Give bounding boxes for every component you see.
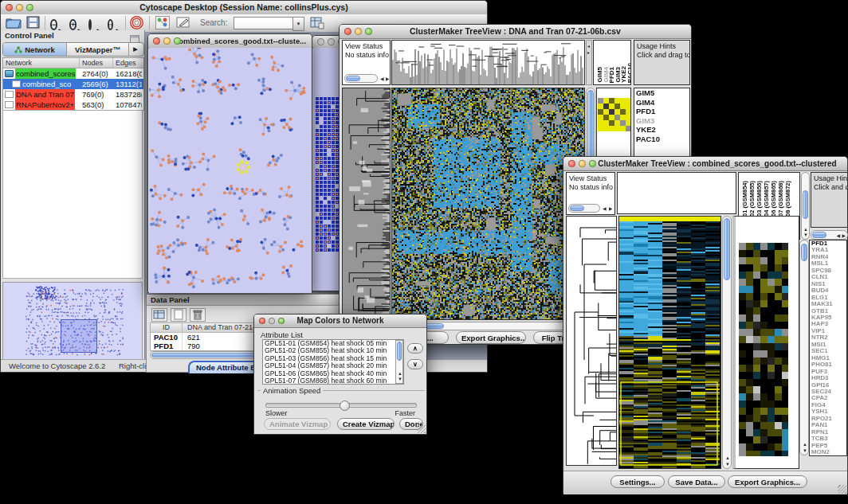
slider-thumb[interactable] [340,400,350,411]
zoom-selected-icon[interactable]: ▫ [108,16,113,30]
scroll-left-icon[interactable]: ◀ [380,76,384,81]
gene-label[interactable]: YKE2 [634,125,689,135]
close-button[interactable] [6,4,13,11]
search-dropdown-arrow[interactable]: ▼ [292,17,304,31]
gene-label[interactable]: PFD1 [634,107,689,116]
animation-speed-slider[interactable] [265,403,417,408]
close-button[interactable] [153,37,160,45]
move-up-button[interactable]: ∧ [407,343,423,354]
network-list-row[interactable]: combined_sco 2569(6) 13112(15) [3,79,143,89]
resize-grip[interactable] [417,424,426,433]
main-title-bar[interactable]: Cytoscape Desktop (Session Name: collins… [1,1,487,15]
splitter-strip[interactable]: ◂▸ [586,40,592,85]
gene-label[interactable]: GIM4 [634,98,689,107]
scroll-left-icon[interactable]: ◀ [836,233,840,238]
close-button[interactable] [317,38,324,45]
column-dendrogram-canvas[interactable] [392,41,584,84]
col-header-id[interactable]: ID [151,323,183,332]
view-status-hscrollbar[interactable] [344,74,378,83]
network-window-title-bar[interactable]: combined_scores_good.txt--cluste... [148,34,312,49]
minimize-button[interactable] [579,160,586,167]
treeview2-heatmap[interactable] [618,216,721,469]
annotation-icon[interactable] [176,16,190,33]
table-chart-icon[interactable] [310,16,324,33]
column-labels-vscrollbar[interactable]: ▲ ▼ [801,172,810,240]
scroll-right-icon[interactable]: ▶ [842,233,846,238]
attribute-select-icon[interactable] [151,308,167,322]
scroll-down-icon[interactable]: ▼ [803,448,807,453]
settings-button[interactable]: Settings... [610,475,665,488]
treeview2-column-dendrogram[interactable] [617,172,736,214]
network-list-row[interactable]: RNAPuberNov2+ 563(0) 107847(0) [3,100,143,110]
data-panel-header[interactable]: Data Panel [147,295,344,306]
zoom-heatmap-canvas[interactable] [739,243,788,456]
tab-network[interactable]: Network [3,43,67,56]
column-label[interactable]: YKE2 [620,66,626,83]
tab-vizmapper[interactable]: VizMapper™ [67,43,129,56]
treeview1-row-dendrogram[interactable] [342,88,391,320]
nodes-icon[interactable] [155,16,170,33]
move-down-button[interactable]: ∨ [407,359,423,369]
listbox-vscrollbar[interactable]: ▲ ▼ [395,340,403,384]
zoom-button[interactable] [174,37,181,45]
network-view-canvas[interactable] [149,48,312,293]
close-button[interactable] [568,160,575,167]
treeview1-title-bar[interactable]: ClusterMaker TreeView : DNA and Tran 07-… [340,25,691,39]
scroll-down-icon[interactable]: ▼ [398,377,402,381]
attribute-item[interactable]: GPL51-07 (GSM868) heat shock 60 min [263,377,403,385]
column-label[interactable]: GIM4 [603,67,609,83]
resize-grip[interactable] [838,485,846,494]
column-label[interactable]: PFD1 [608,67,614,83]
minimize-button[interactable] [16,4,23,11]
row-dendrogram-canvas[interactable] [343,88,390,319]
scroll-right-icon[interactable]: ▶ [386,76,390,81]
zoom-button[interactable] [26,4,33,11]
birdseye-canvas[interactable] [3,283,142,359]
animate-vizmap-button[interactable]: Animate Vizmap [264,418,331,430]
gene-label[interactable]: GIM3 [634,116,689,126]
scroll-up-icon[interactable]: ▲ [398,371,402,376]
minimize-button[interactable] [355,28,362,35]
gene-label[interactable]: PAC10 [634,135,689,144]
network-tree-empty-area[interactable] [2,110,143,279]
delete-attribute-trash-icon[interactable] [190,308,206,322]
minimize-button[interactable] [269,318,275,324]
scroll-left-icon[interactable]: ◀ [603,206,607,211]
gene-label[interactable]: GIM5 [634,88,689,98]
close-button[interactable] [259,318,265,324]
usage-hints-hscrollbar[interactable]: ◀ ▶ [811,230,848,240]
minimize-button[interactable] [163,37,171,45]
gene-label[interactable]: MON2 [810,449,846,455]
open-file-icon[interactable] [6,16,22,32]
treeview2-title-bar[interactable]: ClusterMaker TreeView : combined_scores_… [563,157,847,171]
network-list-row[interactable]: combined_scores 2764(0) 16218(0) [3,68,143,79]
zoom-button[interactable] [278,318,285,324]
zoom-out-icon[interactable]: − [50,16,57,30]
save-icon[interactable] [26,16,40,32]
close-button[interactable] [344,28,351,35]
zoom-in-icon[interactable]: + [69,16,77,30]
treeview2-vscrollbar[interactable]: ▲ ▼ [722,216,732,469]
birdseye-view[interactable] [2,282,143,360]
scroll-down-icon[interactable]: ▼ [803,232,808,237]
zoom-fit-icon[interactable] [88,16,92,30]
heatmap-canvas[interactable] [392,88,584,319]
treeview2-row-dendrogram[interactable] [566,216,617,466]
search-input[interactable] [234,17,296,29]
tab-overflow-arrow[interactable]: ▶ [129,43,142,56]
network-list-row[interactable]: DNA and Tran 07 769(0) 183728(0) [3,89,143,100]
column-label[interactable]: PAC10 [626,63,632,83]
scroll-up-icon[interactable]: ▲ [803,227,808,232]
zoom-button[interactable] [589,160,596,167]
save-data-button[interactable]: Save Data... [668,475,725,488]
scroll-right-icon[interactable]: ▶ [609,206,613,211]
gene-list-vscrollbar[interactable]: ▲ ▼ [799,240,809,455]
export-graphics-button[interactable]: Export Graphics... [728,475,807,488]
treeview1-heatmap[interactable] [391,88,585,320]
treeview1-column-dendrogram[interactable] [391,40,585,85]
column-label[interactable]: GIM3 [614,67,621,83]
mini-heatmap-canvas[interactable] [598,98,631,131]
export-graphics-button[interactable]: Export Graphics... [456,331,526,344]
view-status-hscrollbar[interactable] [568,204,600,213]
network-table-header[interactable]: Network Nodes Edges [3,58,143,68]
